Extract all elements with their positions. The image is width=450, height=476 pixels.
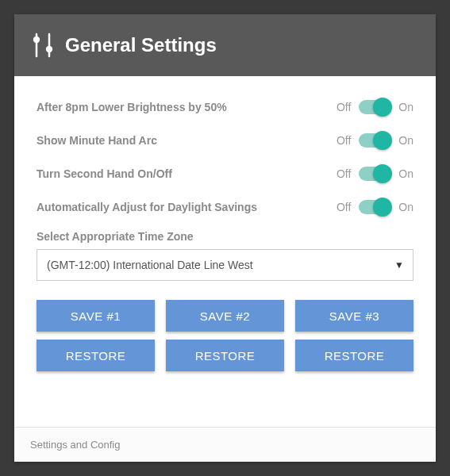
setting-label: Show Minute Hand Arc [37,134,337,147]
save-3-button[interactable]: SAVE #3 [295,300,413,332]
minute-arc-toggle[interactable] [359,133,390,148]
toggle-on-label: On [398,201,413,213]
toggle-on-label: On [398,167,413,180]
toggle-group: Off On [337,133,413,148]
header: General Settings [14,14,436,76]
setting-row-minute-arc: Show Minute Hand Arc Off On [37,124,413,157]
toggle-on-label: On [398,134,413,147]
svg-point-2 [33,36,40,43]
toggle-off-label: Off [337,101,351,113]
sliders-icon [32,32,54,59]
footer: Settings and Config [14,427,436,462]
svg-point-3 [46,46,52,52]
button-grid: SAVE #1 SAVE #2 SAVE #3 RESTORE RESTORE … [37,300,413,371]
brightness-toggle[interactable] [359,100,390,114]
setting-label: Automatically Adjust for Daylight Saving… [37,201,337,213]
content: After 8pm Lower Brightness by 50% Off On… [14,76,436,427]
footer-text: Settings and Config [30,439,120,451]
restore-2-button[interactable]: RESTORE [166,340,284,371]
toggle-off-label: Off [337,167,351,180]
save-1-button[interactable]: SAVE #1 [37,300,155,332]
toggle-group: Off On [337,167,413,181]
setting-label: Turn Second Hand On/Off [37,167,337,180]
timezone-label: Select Appropriate Time Zone [37,230,413,243]
setting-row-brightness: After 8pm Lower Brightness by 50% Off On [37,90,413,124]
page-title: General Settings [65,34,217,56]
timezone-select[interactable]: (GMT-12:00) International Date Line West [37,249,413,281]
dst-toggle[interactable] [359,200,390,214]
setting-row-dst: Automatically Adjust for Daylight Saving… [37,190,413,224]
setting-label: After 8pm Lower Brightness by 50% [37,101,337,113]
toggle-on-label: On [398,101,413,113]
settings-card: General Settings After 8pm Lower Brightn… [14,14,436,462]
setting-row-second-hand: Turn Second Hand On/Off Off On [37,157,413,190]
toggle-off-label: Off [337,134,351,147]
restore-1-button[interactable]: RESTORE [37,340,155,371]
restore-3-button[interactable]: RESTORE [295,340,413,371]
timezone-select-wrap: (GMT-12:00) International Date Line West… [37,249,413,281]
second-hand-toggle[interactable] [359,167,390,181]
toggle-off-label: Off [337,201,351,213]
toggle-group: Off On [337,100,413,114]
save-2-button[interactable]: SAVE #2 [166,300,284,332]
toggle-group: Off On [337,200,413,214]
